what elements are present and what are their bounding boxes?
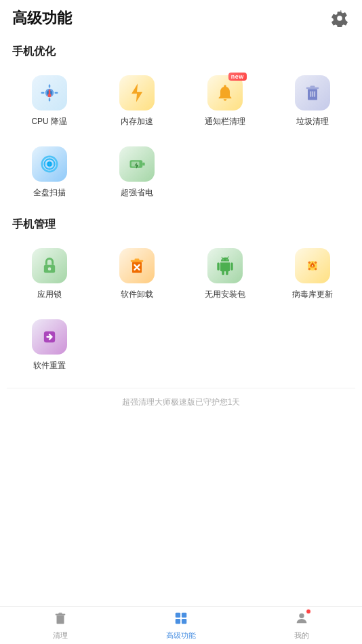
svg-rect-18: [132, 162, 140, 167]
clean-nav-label: 清理: [53, 630, 68, 641]
svg-rect-3: [49, 89, 51, 96]
svg-rect-34: [313, 266, 313, 267]
cpu-icon: [39, 83, 60, 103]
notify-icon-wrap: new: [207, 75, 243, 110]
mine-nav-icon: [294, 611, 309, 629]
nav-item-clean[interactable]: 清理: [0, 607, 121, 644]
app-lock-label: 应用锁: [37, 289, 62, 300]
scan-icon-wrap: [32, 146, 67, 182]
management-grid: 应用锁 软件卸载 无用安装包: [7, 237, 355, 382]
status-bar: 超强清理大师极速版已守护您1天: [7, 388, 355, 414]
virus-icon: [303, 256, 322, 275]
new-badge: new: [228, 73, 247, 81]
svg-rect-40: [182, 612, 186, 617]
advanced-nav-label: 高级功能: [166, 630, 196, 641]
notify-clean-label: 通知栏清理: [205, 116, 245, 127]
status-text: 超强清理大师极速版已守护您1天: [122, 397, 241, 407]
grid-item-soft-reset[interactable]: 软件重置: [7, 311, 92, 380]
svg-point-30: [315, 262, 317, 264]
advanced-nav-icon: [174, 611, 188, 629]
nav-item-mine[interactable]: 我的: [241, 607, 362, 644]
cpu-icon-wrap: [32, 75, 67, 110]
svg-point-43: [299, 613, 304, 618]
full-scan-label: 全盘扫描: [33, 187, 66, 199]
svg-rect-10: [315, 92, 316, 97]
svg-rect-7: [310, 86, 315, 87]
svg-rect-8: [310, 92, 312, 97]
useless-apk-label: 无用安装包: [205, 289, 245, 300]
memory-icon-wrap: [119, 75, 155, 110]
svg-rect-36: [57, 615, 64, 624]
svg-point-29: [308, 262, 311, 264]
cpu-cooling-label: CPU 降温: [31, 116, 67, 127]
settings-button[interactable]: [329, 8, 350, 28]
lock-icon: [40, 256, 59, 275]
svg-point-21: [47, 267, 51, 270]
svg-rect-42: [182, 618, 186, 623]
grid-item-power-save[interactable]: 超强省电: [95, 138, 180, 207]
grid-item-uninstall[interactable]: 软件卸载: [95, 240, 180, 308]
battery-icon: [127, 155, 146, 174]
nav-item-advanced[interactable]: 高级功能: [121, 607, 241, 644]
bolt-icon: [127, 82, 146, 104]
memory-boost-label: 内存加速: [121, 116, 153, 127]
svg-rect-23: [131, 260, 144, 262]
grid-item-useless-apk[interactable]: 无用安装包: [182, 240, 268, 308]
virus-update-label: 病毒库更新: [292, 289, 333, 300]
useless-icon-wrap: [207, 248, 243, 283]
uninstall-label: 软件卸载: [121, 289, 153, 300]
page-title: 高级功能: [12, 8, 72, 28]
virus-icon-wrap: [295, 248, 330, 283]
reset-icon: [40, 327, 59, 346]
optimization-grid: CPU 降温 内存加速 new 通知栏清理: [7, 64, 355, 209]
grid-item-memory-boost[interactable]: 内存加速: [95, 67, 180, 136]
grid-item-cpu-cooling[interactable]: CPU 降温: [7, 67, 92, 136]
trash-clean-label: 垃圾清理: [296, 116, 329, 127]
reset-icon-wrap: [32, 319, 67, 355]
power-icon-wrap: [119, 146, 155, 182]
grid-item-virus-update[interactable]: 病毒库更新: [270, 240, 356, 308]
bell-icon: [216, 83, 235, 102]
svg-rect-9: [313, 92, 314, 97]
clean-nav-icon: [53, 611, 68, 629]
uninstall-icon: [127, 256, 146, 275]
lock-icon-wrap: [32, 248, 67, 283]
svg-point-32: [315, 268, 317, 270]
mine-badge: [306, 609, 311, 614]
power-save-label: 超强省电: [121, 187, 153, 199]
gear-icon: [331, 9, 348, 27]
grid-item-app-lock[interactable]: 应用锁: [7, 240, 92, 308]
svg-marker-4: [132, 83, 142, 102]
svg-rect-38: [58, 612, 62, 613]
android-icon: [216, 256, 235, 275]
mine-nav-label: 我的: [294, 630, 309, 641]
svg-rect-33: [313, 265, 313, 266]
section-title-manage: 手机管理: [7, 209, 355, 237]
svg-point-31: [308, 268, 311, 270]
grid-item-trash-clean[interactable]: 垃圾清理: [270, 67, 356, 136]
grid-item-notify-clean[interactable]: new 通知栏清理: [182, 67, 268, 136]
section-title-optimization: 手机优化: [7, 37, 355, 64]
svg-rect-6: [306, 87, 319, 89]
scan-icon: [39, 154, 60, 174]
bottom-navigation: 清理 高级功能 我的: [0, 606, 362, 644]
main-content: 手机优化 CPU 降温 内存加速: [0, 37, 362, 606]
svg-rect-17: [142, 163, 145, 166]
svg-rect-41: [176, 618, 180, 623]
uninstall-icon-wrap: [119, 248, 155, 283]
trash-icon: [303, 83, 322, 102]
app-header: 高级功能: [0, 0, 362, 37]
svg-rect-39: [176, 612, 180, 617]
svg-rect-24: [135, 259, 140, 260]
trash-icon-wrap: [295, 75, 330, 110]
soft-reset-label: 软件重置: [33, 360, 66, 371]
svg-rect-37: [56, 613, 66, 615]
grid-item-full-scan[interactable]: 全盘扫描: [7, 138, 92, 207]
